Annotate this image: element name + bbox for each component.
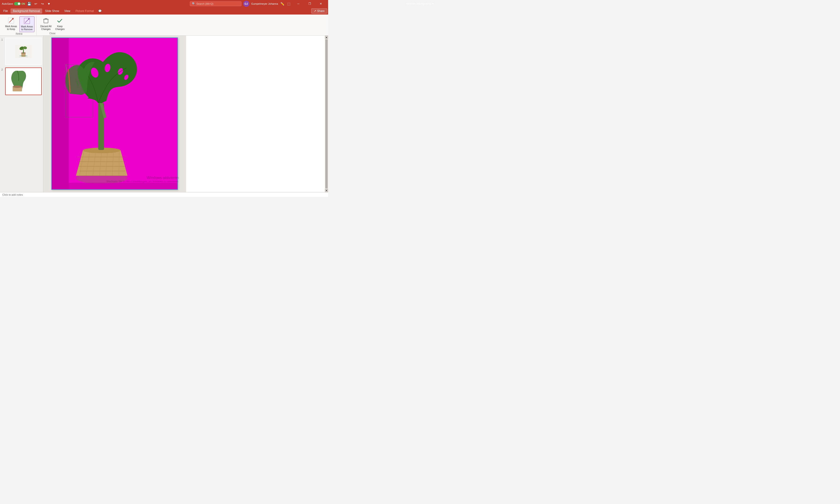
share-label: Share [317, 10, 325, 13]
mark-keep-label: Mark Areasto Keep [5, 25, 17, 31]
notes-placeholder[interactable]: Click to add notes [2, 193, 23, 196]
minimize-button[interactable]: ─ [293, 0, 304, 7]
autosave-toggle[interactable]: AutoSave ON [2, 2, 25, 5]
autosave-state: ON [21, 3, 25, 5]
user-avatar[interactable]: GJ [243, 1, 249, 7]
right-panel [186, 36, 325, 192]
menu-file[interactable]: File [1, 8, 10, 14]
svg-text:REMOVE IMAGE BACKGROUND: REMOVE IMAGE BACKGROUND [19, 57, 28, 57]
svg-point-5 [28, 18, 30, 20]
menu-slide-show[interactable]: Slide Show [43, 8, 61, 14]
slide2-svg [6, 68, 38, 93]
slide-thumb-inner-1: TROPICAL LEAVES REMOVE IMAGE BACKGROUND [6, 38, 41, 65]
scroll-thumb[interactable] [325, 39, 328, 188]
scroll-down-button[interactable]: ▼ [325, 189, 328, 192]
discard-icon [43, 17, 49, 24]
slide1-svg: TROPICAL LEAVES REMOVE IMAGE BACKGROUND [15, 45, 32, 58]
autosave-label: AutoSave [2, 2, 13, 5]
share-icon: ↗ [314, 10, 316, 13]
search-box[interactable]: 🔍 [190, 1, 242, 6]
titlebar-left: AutoSave ON 💾 ↩ ↪ ▼ [2, 1, 51, 6]
edit-icon[interactable]: ✏️ [280, 1, 285, 6]
keep-label: KeepChanges [55, 25, 65, 31]
user-initials: GJ [245, 2, 248, 5]
search-input[interactable] [196, 2, 234, 5]
save-button[interactable]: 💾 [27, 1, 32, 6]
slide-background [51, 37, 178, 190]
close-buttons: Discard AllChanges KeepChanges [39, 16, 66, 32]
autosave-switch[interactable] [14, 2, 21, 5]
svg-rect-14 [23, 49, 24, 53]
slide-item-2[interactable]: 2 [1, 68, 42, 95]
redo-button[interactable]: ↪ [40, 1, 45, 6]
discard-label: Discard AllChanges [40, 25, 51, 31]
mark-remove-label: Mark Areasto Remove [21, 25, 33, 31]
mark-areas-to-keep-button[interactable]: Mark Areasto Keep [4, 16, 19, 32]
close-button[interactable]: ✕ [316, 0, 326, 7]
ribbon: Mark Areasto Keep Mark Areasto Remove Re… [0, 15, 328, 36]
scrollbar-right[interactable]: ▲ ▼ [325, 36, 328, 192]
keep-changes-button[interactable]: KeepChanges [54, 16, 66, 32]
title-bar: AutoSave ON 💾 ↩ ↪ ▼ remove-background ▾ … [0, 0, 328, 7]
win-activate-title: Windows aktivieren [106, 176, 179, 180]
slide-panel: 1 [0, 36, 43, 192]
slide1-preview: TROPICAL LEAVES REMOVE IMAGE BACKGROUND [6, 38, 41, 65]
ribbon-group-refine: Mark Areasto Keep Mark Areasto Remove Re… [2, 16, 37, 35]
slide-canvas[interactable] [51, 37, 178, 190]
slide-thumb-2[interactable] [5, 68, 42, 95]
search-icon: 🔍 [192, 2, 195, 5]
scroll-up-button[interactable]: ▲ [325, 36, 328, 39]
menu-bar: File Background Removal Slide Show View … [0, 7, 328, 15]
windows-activation: Windows aktivieren Wechseln Sie zu den E… [106, 176, 179, 183]
comment-button[interactable]: 💬 [97, 8, 103, 14]
svg-text:TROPICAL LEAVES: TROPICAL LEAVES [20, 56, 27, 56]
svg-rect-40 [51, 183, 178, 190]
user-name: Gumpelmeyer Johanna [251, 2, 278, 5]
keep-icon [56, 17, 63, 24]
customize-qat-button[interactable]: ▼ [47, 1, 51, 6]
svg-rect-6 [44, 19, 48, 23]
menu-picture-format[interactable]: Picture Format [73, 8, 96, 14]
menu-view[interactable]: View [62, 8, 73, 14]
mark-keep-icon [8, 17, 14, 24]
main-area: 1 [0, 36, 328, 192]
share-button[interactable]: ↗ Share [311, 8, 327, 14]
svg-point-2 [12, 18, 14, 19]
win-activate-subtitle: Wechseln Sie zu den Einstellungen, um Wi… [106, 180, 179, 183]
slide-content-svg [51, 37, 178, 190]
mark-remove-icon [24, 18, 30, 25]
mark-areas-to-remove-button[interactable]: Mark Areasto Remove [19, 16, 35, 32]
canvas-area: Windows aktivieren Wechseln Sie zu den E… [43, 36, 186, 192]
slide-thumb-inner-2 [6, 68, 41, 95]
slide-number-2: 2 [1, 68, 4, 71]
slide-item-1[interactable]: 1 [1, 37, 42, 65]
refine-buttons: Mark Areasto Keep Mark Areasto Remove [4, 16, 34, 32]
discard-all-changes-button[interactable]: Discard AllChanges [39, 16, 53, 32]
svg-rect-23 [51, 37, 69, 190]
menu-background-removal[interactable]: Background Removal [11, 8, 42, 14]
display-options-icon[interactable]: ⬚ [286, 1, 291, 6]
slide-number-1: 1 [1, 38, 4, 41]
svg-point-21 [13, 86, 22, 88]
ribbon-group-close: Discard AllChanges KeepChanges Close [37, 16, 68, 35]
notes-bar[interactable]: Click to add notes [0, 192, 328, 197]
slide-thumb-1[interactable]: TROPICAL LEAVES REMOVE IMAGE BACKGROUND [5, 37, 42, 65]
window-controls: ─ ❐ ✕ [293, 0, 326, 7]
undo-button[interactable]: ↩ [34, 1, 38, 6]
restore-button[interactable]: ❐ [304, 0, 315, 7]
close-group-label: Close [50, 32, 56, 36]
titlebar-right: 🔍 GJ Gumpelmeyer Johanna ✏️ ⬚ ─ ❐ ✕ [190, 0, 326, 7]
